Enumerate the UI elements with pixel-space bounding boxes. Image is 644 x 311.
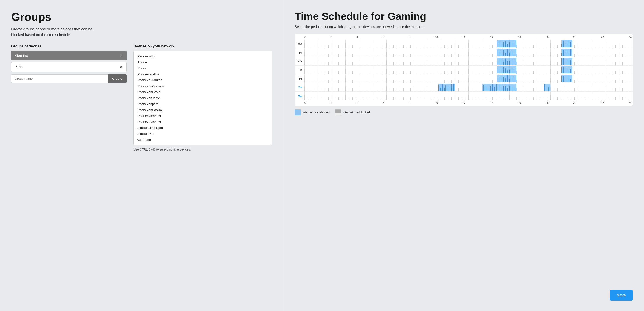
- create-group-button[interactable]: Create: [108, 74, 126, 83]
- groups-section-label: Groups of devices: [11, 44, 126, 48]
- schedule-chart[interactable]: 024681012141618202224MoTuWeThFrSaSu02468…: [295, 34, 633, 106]
- legend-swatch-allowed: [295, 109, 301, 115]
- group-item-label: Kids: [16, 65, 22, 69]
- devices-column: Devices on your network iPad-van-EviiPho…: [134, 44, 272, 152]
- schedule-description: Select the periods during which the grou…: [295, 25, 633, 29]
- chart-day-row[interactable]: Tu: [295, 48, 632, 57]
- day-label: We: [295, 59, 304, 63]
- page-title: Groups: [11, 10, 272, 23]
- group-item-kids[interactable]: Kids ×: [11, 62, 126, 72]
- schedule-title: Time Schedule for Gaming: [295, 10, 633, 22]
- save-button[interactable]: Save: [610, 290, 633, 301]
- device-item[interactable]: iPhonevanDavid: [134, 89, 272, 95]
- chart-block: [544, 84, 550, 91]
- device-item[interactable]: iPhone-van-Evi: [134, 71, 272, 77]
- legend-label: Internet use allowed: [302, 111, 330, 114]
- group-name-input[interactable]: [11, 74, 108, 83]
- chart-block: [438, 84, 455, 91]
- day-label: Mo: [295, 42, 304, 46]
- device-item[interactable]: iPhonevanSaskia: [134, 107, 272, 113]
- two-col-layout: Groups of devices Gaming ×Kids × Create …: [11, 44, 272, 152]
- chart-day-row[interactable]: Th: [295, 66, 632, 74]
- device-item[interactable]: Jente's Echo Spot: [134, 125, 272, 131]
- app-layout: Groups Create groups of one or more devi…: [0, 0, 644, 311]
- group-item-label: Gaming: [15, 53, 28, 58]
- device-item[interactable]: Jente's iPad: [134, 131, 272, 137]
- legend-item-blocked: Internet use blocked: [335, 109, 370, 115]
- chart-block: [497, 75, 516, 82]
- devices-section-label: Devices on your network: [134, 44, 272, 48]
- chart-bar-area[interactable]: [304, 40, 632, 48]
- day-label: Sa: [295, 85, 304, 89]
- legend-swatch-blocked: [335, 109, 341, 115]
- chart-day-row[interactable]: Sa: [295, 83, 632, 92]
- day-label: Th: [295, 68, 304, 72]
- chart-bar-area[interactable]: [304, 57, 632, 65]
- chart-axis-bottom: 024681012141618202224: [304, 100, 632, 106]
- right-panel: Time Schedule for Gaming Select the peri…: [284, 0, 644, 311]
- create-group-row: Create: [11, 74, 126, 83]
- day-label: Su: [295, 94, 304, 98]
- group-item-gaming[interactable]: Gaming ×: [11, 51, 126, 60]
- chart-block: [482, 84, 516, 91]
- device-item[interactable]: KaiPhone: [134, 137, 272, 143]
- device-item[interactable]: iPhonevanJente: [134, 95, 272, 101]
- groups-column: Groups of devices Gaming ×Kids × Create: [11, 44, 126, 83]
- remove-group-button[interactable]: ×: [120, 54, 123, 58]
- chart-block: [562, 40, 572, 47]
- device-item[interactable]: iPhonevanCarmen: [134, 83, 272, 89]
- device-item[interactable]: iPhonevanpeter: [134, 101, 272, 107]
- chart-bar-area[interactable]: [304, 83, 632, 91]
- chart-day-row[interactable]: Fr: [295, 74, 632, 83]
- chart-block: [497, 58, 516, 65]
- device-item[interactable]: iPhonenvmarlies: [134, 113, 272, 119]
- chart-day-row[interactable]: We: [295, 57, 632, 66]
- chart-block: [497, 49, 516, 56]
- chart-legend: Internet use allowedInternet use blocked: [295, 109, 633, 115]
- device-item[interactable]: iPhone: [134, 59, 272, 65]
- chart-day-row[interactable]: Mo: [295, 40, 632, 48]
- chart-block: [562, 58, 572, 65]
- chart-bar-area[interactable]: [304, 48, 632, 57]
- chart-bar-area[interactable]: [304, 66, 632, 74]
- device-item[interactable]: iPhone: [134, 65, 272, 71]
- device-item[interactable]: iPhonevnMarlies: [134, 119, 272, 125]
- groups-list: Gaming ×Kids ×: [11, 51, 126, 72]
- device-item[interactable]: iPad-van-Evi: [134, 53, 272, 59]
- devices-hint: Use CTRL/CMD to select multiple devices.: [134, 147, 272, 152]
- device-item[interactable]: iPhonevaFranken: [134, 77, 272, 83]
- chart-block: [562, 75, 572, 82]
- chart-rows: MoTuWeThFrSaSu: [295, 40, 632, 100]
- chart-bar-area[interactable]: [304, 92, 632, 100]
- chart-block: [497, 66, 516, 73]
- day-label: Tu: [295, 51, 304, 54]
- legend-label: Internet use blocked: [342, 111, 370, 114]
- remove-group-button[interactable]: ×: [120, 65, 123, 69]
- chart-axis-top: 024681012141618202224: [304, 34, 632, 40]
- page-description: Create groups of one or more devices tha…: [11, 26, 102, 37]
- chart-block: [562, 66, 572, 73]
- chart-bar-area[interactable]: [304, 74, 632, 83]
- day-label: Fr: [295, 77, 304, 80]
- chart-block: [497, 40, 516, 47]
- legend-item-allowed: Internet use allowed: [295, 109, 330, 115]
- left-panel: Groups Create groups of one or more devi…: [0, 0, 284, 311]
- chart-day-row[interactable]: Su: [295, 92, 632, 100]
- devices-list[interactable]: iPad-van-EviiPhoneiPhoneiPhone-van-EviiP…: [134, 51, 272, 145]
- chart-block: [562, 49, 572, 56]
